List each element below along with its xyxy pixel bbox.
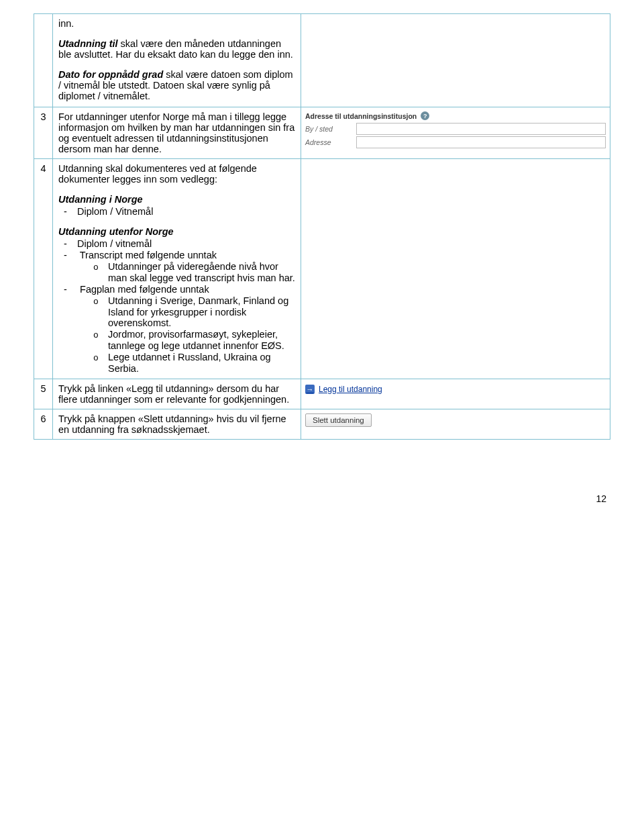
row-number: 6 [34, 409, 53, 440]
list-item: Utdanninger på videregående nivå hvor ma… [108, 261, 295, 283]
add-education-link[interactable]: → Legg til utdanning [305, 385, 382, 394]
form-label: Adresse [305, 138, 352, 146]
list-item: Lege utdannet i Russland, Ukraina og Ser… [108, 352, 295, 374]
row-number [34, 14, 53, 107]
list: Diplom / Vitnemål [58, 206, 295, 217]
list-item: Diplom / vitnemål [77, 238, 295, 249]
row-description: For utdanninger utenfor Norge må man i t… [53, 107, 301, 159]
page-number: 12 [34, 493, 610, 504]
table-row: 3 For utdanninger utenfor Norge må man i… [34, 107, 610, 159]
table-row: 4 Utdanning skal dokumenteres ved at føl… [34, 159, 610, 379]
form-row: Adresse [305, 136, 606, 148]
row-screenshot [301, 159, 610, 379]
text: Utadnning til skal være den måneden utda… [58, 38, 295, 60]
row-number: 4 [34, 159, 53, 379]
row-screenshot [301, 14, 610, 107]
row-description: Trykk på linken «Legg til utdanning» der… [53, 379, 301, 409]
arrow-right-icon: → [305, 385, 315, 394]
text: inn. [58, 18, 295, 29]
list-item: Jordmor, provisorfarmasøyt, sykepleier, … [108, 329, 295, 351]
row-screenshot: Slett utdanning [301, 409, 610, 440]
list-item: Fagplan med følgende unntak Utdanning i … [77, 284, 295, 374]
delete-education-button[interactable]: Slett utdanning [305, 413, 372, 427]
address-input[interactable] [356, 136, 606, 148]
row-description: Trykk på knappen «Slett utdanning» hvis … [53, 409, 301, 440]
table-row: 5 Trykk på linken «Legg til utdanning» d… [34, 379, 610, 409]
sublist: Utdanninger på videregående nivå hvor ma… [77, 261, 295, 283]
list: Diplom / vitnemål Transcript med følgend… [58, 238, 295, 374]
list-item: Utdanning i Sverige, Danmark, Finland og… [108, 295, 295, 328]
text: Utdanning skal dokumenteres ved at følge… [58, 163, 295, 185]
city-input[interactable] [356, 123, 606, 135]
row-description: inn. Utadnning til skal være den måneden… [53, 14, 301, 107]
text: Fagplan med følgende unntak [80, 284, 209, 295]
row-description: Utdanning skal dokumenteres ved at følge… [53, 159, 301, 379]
table-row: 6 Trykk på knappen «Slett utdanning» hvi… [34, 409, 610, 440]
link-label: Legg til utdanning [319, 385, 382, 394]
row-number: 3 [34, 107, 53, 159]
row-screenshot: Adresse til utdanningsinstitusjon ? By /… [301, 107, 610, 159]
emphasis: Utadnning til [58, 38, 118, 49]
list-item: Diplom / Vitnemål [77, 206, 295, 217]
instruction-table: inn. Utadnning til skal være den måneden… [34, 13, 610, 440]
sublist: Utdanning i Sverige, Danmark, Finland og… [77, 295, 295, 374]
form-title: Adresse til utdanningsinstitusjon [305, 112, 417, 120]
help-icon[interactable]: ? [421, 111, 429, 120]
form-label: By / sted [305, 125, 352, 133]
subheading: Utdanning i Norge [58, 194, 295, 205]
subheading: Utdanning utenfor Norge [58, 226, 295, 237]
form-row: By / sted [305, 123, 606, 135]
text: Transcript med følgende unntak [80, 250, 217, 260]
text: Dato for oppnådd grad skal være datoen s… [58, 69, 295, 101]
list-item: Transcript med følgende unntak Utdanning… [77, 250, 295, 283]
address-form: Adresse til utdanningsinstitusjon ? By /… [305, 111, 606, 148]
emphasis: Dato for oppnådd grad [58, 69, 163, 80]
table-row: inn. Utadnning til skal være den måneden… [34, 14, 610, 107]
row-number: 5 [34, 379, 53, 409]
row-screenshot: → Legg til utdanning [301, 379, 610, 409]
form-header: Adresse til utdanningsinstitusjon ? [305, 111, 606, 120]
